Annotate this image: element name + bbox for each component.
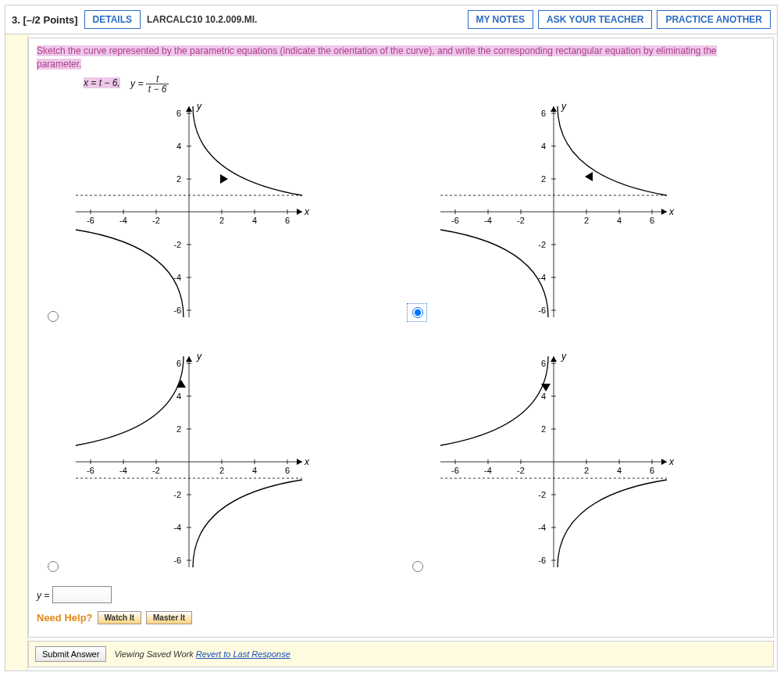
- viewing-saved-text: Viewing Saved Work: [114, 649, 195, 659]
- svg-text:-6: -6: [87, 466, 94, 475]
- parametric-equations: x = t − 6, y = t t − 6: [84, 74, 765, 94]
- svg-text:4: 4: [540, 391, 545, 401]
- my-notes-button[interactable]: MY NOTES: [468, 10, 533, 29]
- svg-text:4: 4: [252, 466, 257, 475]
- svg-text:-4: -4: [484, 466, 492, 475]
- footer-bar: Submit Answer Viewing Saved Work Revert …: [28, 641, 774, 667]
- svg-text:4: 4: [616, 466, 621, 475]
- svg-text:2: 2: [540, 174, 545, 184]
- svg-text:4: 4: [176, 141, 181, 151]
- svg-text:-2: -2: [517, 466, 525, 475]
- graph-svg-2: -6-4-2246642-2-4-6yx: [433, 98, 675, 325]
- svg-text:y: y: [561, 351, 567, 362]
- details-button[interactable]: DETAILS: [84, 10, 141, 29]
- master-it-button[interactable]: Master It: [146, 611, 192, 624]
- option-2-selected-wrap: [407, 303, 427, 322]
- svg-marker-95: [176, 380, 186, 388]
- answer-input[interactable]: [52, 586, 112, 603]
- svg-text:-2: -2: [173, 490, 181, 499]
- svg-marker-31: [220, 174, 228, 184]
- svg-text:-4: -4: [484, 216, 492, 225]
- option-2-graph: -6-4-2246642-2-4-6yx: [433, 98, 766, 325]
- question-frame: 3. [–/2 Points] DETAILS LARCALC10 10.2.0…: [5, 5, 778, 671]
- svg-text:-4: -4: [119, 466, 127, 475]
- answer-line: y =: [37, 586, 765, 603]
- svg-text:-6: -6: [87, 216, 94, 225]
- watch-it-button[interactable]: Watch It: [98, 611, 142, 624]
- option-1-radio-cell: [37, 98, 68, 325]
- frac-denominator: t − 6: [146, 84, 169, 94]
- svg-marker-99: [551, 356, 557, 362]
- svg-text:-2: -2: [517, 216, 525, 225]
- prompt-text: Sketch the curve represented by the para…: [37, 45, 765, 71]
- ask-teacher-button[interactable]: ASK YOUR TEACHER: [538, 10, 652, 29]
- revert-link[interactable]: Revert to Last Response: [196, 649, 290, 659]
- graph-svg-4: -6-4-2246642-2-4-6yx: [433, 349, 675, 575]
- svg-text:-4: -4: [119, 216, 127, 225]
- svg-text:6: 6: [649, 216, 654, 225]
- svg-text:-6: -6: [451, 466, 459, 475]
- svg-text:-4: -4: [538, 523, 546, 532]
- content-panel: Sketch the curve represented by the para…: [28, 38, 774, 638]
- answer-label: y =: [37, 589, 49, 600]
- graph-svg-1: -6-4-2246642-2-4-6yx: [68, 98, 310, 325]
- svg-text:-6: -6: [173, 306, 181, 315]
- option-3-radio-cell: [37, 349, 68, 575]
- option-4-graph: -6-4-2246642-2-4-6yx: [433, 349, 766, 575]
- svg-text:y: y: [561, 101, 567, 112]
- svg-text:x: x: [304, 206, 310, 217]
- graph-svg-3: -6-4-2246642-2-4-6yx: [68, 349, 310, 575]
- svg-text:2: 2: [540, 424, 545, 434]
- svg-text:x: x: [304, 456, 310, 467]
- svg-text:2: 2: [219, 216, 224, 225]
- svg-marker-63: [585, 172, 593, 181]
- svg-text:6: 6: [540, 109, 545, 118]
- header-right-buttons: MY NOTES ASK YOUR TEACHER PRACTICE ANOTH…: [468, 10, 772, 29]
- svg-marker-3: [186, 106, 192, 112]
- svg-text:2: 2: [583, 216, 588, 225]
- svg-marker-66: [297, 459, 302, 465]
- prompt-line1: Sketch the curve represented by the para…: [37, 45, 717, 56]
- svg-text:2: 2: [176, 174, 181, 184]
- svg-marker-35: [551, 106, 557, 112]
- eq-y-fraction: t t − 6: [146, 74, 169, 94]
- question-header: 3. [–/2 Points] DETAILS LARCALC10 10.2.0…: [5, 5, 777, 34]
- svg-text:6: 6: [649, 466, 654, 475]
- svg-text:6: 6: [176, 359, 181, 368]
- svg-text:2: 2: [176, 424, 181, 434]
- option-3-radio[interactable]: [48, 561, 59, 572]
- svg-marker-34: [661, 209, 667, 215]
- question-body: Sketch the curve represented by the para…: [5, 34, 777, 670]
- option-2-radio[interactable]: [412, 307, 423, 318]
- svg-marker-2: [297, 209, 302, 215]
- svg-text:-2: -2: [538, 490, 546, 499]
- svg-text:-2: -2: [152, 216, 160, 225]
- svg-text:y: y: [196, 101, 202, 112]
- submit-answer-button[interactable]: Submit Answer: [35, 646, 106, 662]
- option-4-radio-cell: [401, 349, 433, 575]
- svg-text:4: 4: [540, 141, 545, 151]
- practice-another-button[interactable]: PRACTICE ANOTHER: [657, 10, 771, 29]
- svg-marker-127: [541, 384, 551, 391]
- need-help-row: Need Help? Watch It Master It: [37, 611, 765, 624]
- question-number: 3. [–/2 Points]: [12, 14, 78, 26]
- svg-text:4: 4: [252, 216, 257, 225]
- svg-text:6: 6: [285, 466, 290, 475]
- svg-marker-98: [661, 459, 667, 465]
- eq-y-prefix: y =: [130, 77, 143, 88]
- svg-text:-4: -4: [173, 523, 181, 532]
- svg-text:6: 6: [176, 109, 181, 118]
- option-3-graph: -6-4-2246642-2-4-6yx: [68, 349, 401, 575]
- left-margin-bar: [5, 34, 28, 670]
- svg-text:6: 6: [285, 216, 290, 225]
- option-1-radio[interactable]: [48, 311, 59, 322]
- svg-text:y: y: [196, 351, 202, 362]
- source-reference: LARCALC10 10.2.009.MI.: [147, 14, 257, 25]
- svg-text:-2: -2: [538, 240, 546, 249]
- svg-text:4: 4: [616, 216, 621, 225]
- option-2-radio-cell: [401, 98, 433, 325]
- svg-text:6: 6: [540, 359, 545, 368]
- svg-text:x: x: [668, 456, 675, 467]
- need-help-label: Need Help?: [37, 612, 93, 624]
- option-4-radio[interactable]: [412, 561, 423, 572]
